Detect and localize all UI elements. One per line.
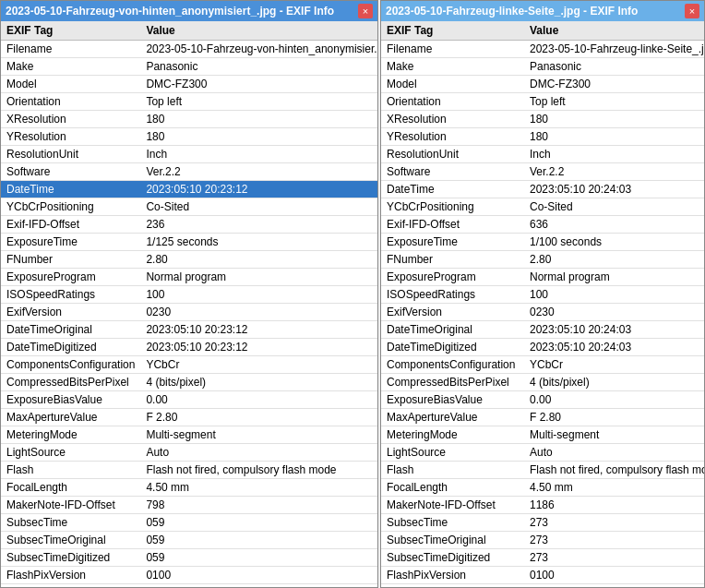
table-row[interactable]: FlashFlash not fired, compulsory flash m… xyxy=(1,462,377,479)
table-row[interactable]: ExposureProgramNormal program xyxy=(381,269,704,286)
table-row[interactable]: SubsecTime273 xyxy=(381,514,704,532)
exif-value-cell: 2.80 xyxy=(140,251,377,269)
table-row[interactable]: ComponentsConfigurationYCbCr xyxy=(381,356,704,374)
table-row[interactable]: MakerNote-IFD-Offset798 xyxy=(1,497,377,514)
table-row[interactable]: ExifVersion0230 xyxy=(1,304,377,321)
right-table-container[interactable]: EXIF Tag Value Filename2023-05-10-Fahrze… xyxy=(381,21,704,587)
table-row[interactable]: Filename2023-05-10-Fahrzeug-linke-Seite_… xyxy=(381,41,704,58)
exif-tag-cell: Model xyxy=(381,76,524,93)
exif-value-cell: 636 xyxy=(524,216,704,234)
exif-tag-cell: Filename xyxy=(1,41,140,58)
table-row[interactable]: OrientationTop left xyxy=(381,93,704,111)
table-row[interactable]: DateTimeOriginal2023:05:10 20:23:12 xyxy=(1,321,377,339)
table-row[interactable]: MakePanasonic xyxy=(1,58,377,76)
table-row[interactable]: Exif-IFD-Offset236 xyxy=(1,216,377,234)
table-row[interactable]: DateTime2023:05:10 20:24:03 xyxy=(381,181,704,198)
exif-tag-cell: YCbCrPositioning xyxy=(381,198,524,216)
exif-tag-cell: Exif-IFD-Offset xyxy=(1,216,140,234)
exif-tag-cell: ExifVersion xyxy=(1,304,140,321)
table-row[interactable]: MaxApertureValueF 2.80 xyxy=(1,409,377,426)
table-row[interactable]: SubsecTimeOriginal273 xyxy=(381,532,704,549)
exif-value-cell: 0.00 xyxy=(140,391,377,409)
table-row[interactable]: ISOSpeedRatings100 xyxy=(381,286,704,304)
left-close-button[interactable]: × xyxy=(358,4,373,18)
table-row[interactable]: XResolution180 xyxy=(1,111,377,128)
table-row[interactable]: MeteringModeMulti-segment xyxy=(381,426,704,444)
table-row[interactable]: SubsecTimeOriginal059 xyxy=(1,532,377,549)
exif-value-cell: 2023:05:10 20:23:12 xyxy=(140,339,377,356)
table-row[interactable]: MakerNote-IFD-Offset1186 xyxy=(381,497,704,514)
table-row[interactable]: SoftwareVer.2.2 xyxy=(381,163,704,181)
table-row[interactable]: ExposureTime1/100 seconds xyxy=(381,234,704,251)
table-row[interactable]: FNumber2.80 xyxy=(1,251,377,269)
table-row[interactable]: FlashPixVersion0100 xyxy=(381,567,704,584)
table-row[interactable]: ExposureBiasValue0.00 xyxy=(1,391,377,409)
table-row[interactable]: ExposureProgramNormal program xyxy=(1,269,377,286)
table-row[interactable]: ModelDMC-FZ300 xyxy=(1,76,377,93)
table-row[interactable]: FocalLength4.50 mm xyxy=(1,479,377,497)
table-row[interactable]: ISOSpeedRatings100 xyxy=(1,286,377,304)
table-row[interactable]: CompressedBitsPerPixel4 (bits/pixel) xyxy=(381,374,704,391)
right-close-button[interactable]: × xyxy=(685,4,699,18)
exif-tag-cell: ISOSpeedRatings xyxy=(381,286,524,304)
table-row[interactable]: FNumber2.80 xyxy=(381,251,704,269)
table-row[interactable]: DateTimeOriginal2023:05:10 20:24:03 xyxy=(381,321,704,339)
table-row[interactable]: YResolution180 xyxy=(381,128,704,146)
table-row[interactable]: Exif-IFD-Offset636 xyxy=(381,216,704,234)
exif-tag-cell: ColorSpace xyxy=(381,584,524,588)
exif-tag-cell: MeteringMode xyxy=(1,426,140,444)
table-row[interactable]: SubsecTimeDigitized273 xyxy=(381,549,704,567)
table-row[interactable]: ExposureTime1/125 seconds xyxy=(1,234,377,251)
exif-value-cell: sRGB xyxy=(524,584,704,588)
table-row[interactable]: ResolutionUnitInch xyxy=(381,146,704,163)
table-row[interactable]: ColorSpacesRGB xyxy=(1,584,377,588)
table-row[interactable]: Filename2023-05-10-Fahrzeug-von-hinten_a… xyxy=(1,41,377,58)
exif-value-cell: Top left xyxy=(524,93,704,111)
table-row[interactable]: XResolution180 xyxy=(381,111,704,128)
table-row[interactable]: SoftwareVer.2.2 xyxy=(1,163,377,181)
table-row[interactable]: MaxApertureValueF 2.80 xyxy=(381,409,704,426)
table-row[interactable]: DateTimeDigitized2023:05:10 20:24:03 xyxy=(381,339,704,356)
table-row[interactable]: MeteringModeMulti-segment xyxy=(1,426,377,444)
table-row[interactable]: FlashFlash not fired, compulsory flash m… xyxy=(381,462,704,479)
exif-value-cell: 4.50 mm xyxy=(524,479,704,497)
exif-tag-cell: Software xyxy=(1,163,140,181)
exif-tag-cell: ExposureBiasValue xyxy=(1,391,140,409)
right-window: 2023-05-10-Fahrzeug-linke-Seite_.jpg - E… xyxy=(380,0,705,588)
exif-value-cell: 0100 xyxy=(524,567,704,584)
table-row[interactable]: YResolution180 xyxy=(1,128,377,146)
table-row[interactable]: ModelDMC-FZ300 xyxy=(381,76,704,93)
exif-value-cell: 100 xyxy=(140,286,377,304)
exif-tag-cell: ComponentsConfiguration xyxy=(1,356,140,374)
exif-tag-cell: DateTime xyxy=(381,181,524,198)
table-row[interactable]: ColorSpacesRGB xyxy=(381,584,704,588)
exif-value-cell: Panasonic xyxy=(140,58,377,76)
table-row[interactable]: CompressedBitsPerPixel4 (bits/pixel) xyxy=(1,374,377,391)
exif-value-cell: 2023:05:10 20:23:12 xyxy=(140,181,377,198)
left-col-header-val: Value xyxy=(140,21,377,41)
table-row[interactable]: ComponentsConfigurationYCbCr xyxy=(1,356,377,374)
exif-value-cell: Flash not fired, compulsory flash mode xyxy=(524,462,704,479)
table-row[interactable]: OrientationTop left xyxy=(1,93,377,111)
table-row[interactable]: FocalLength4.50 mm xyxy=(381,479,704,497)
exif-tag-cell: ExposureBiasValue xyxy=(381,391,524,409)
table-row[interactable]: ExifVersion0230 xyxy=(381,304,704,321)
table-row[interactable]: YCbCrPositioningCo-Sited xyxy=(1,198,377,216)
exif-value-cell: DMC-FZ300 xyxy=(524,76,704,93)
table-row[interactable]: LightSourceAuto xyxy=(381,444,704,462)
left-col-header-tag: EXIF Tag xyxy=(1,21,140,41)
table-row[interactable]: SubsecTimeDigitized059 xyxy=(1,549,377,567)
table-row[interactable]: SubsecTime059 xyxy=(1,514,377,532)
table-row[interactable]: DateTime2023:05:10 20:23:12 xyxy=(1,181,377,198)
table-row[interactable]: ResolutionUnitInch xyxy=(1,146,377,163)
table-row[interactable]: DateTimeDigitized2023:05:10 20:23:12 xyxy=(1,339,377,356)
table-row[interactable]: YCbCrPositioningCo-Sited xyxy=(381,198,704,216)
table-row[interactable]: ExposureBiasValue0.00 xyxy=(381,391,704,409)
exif-value-cell: Normal program xyxy=(524,269,704,286)
exif-value-cell: 100 xyxy=(524,286,704,304)
left-table-container[interactable]: EXIF Tag Value Filename2023-05-10-Fahrze… xyxy=(1,21,377,587)
exif-tag-cell: Flash xyxy=(1,462,140,479)
table-row[interactable]: MakePanasonic xyxy=(381,58,704,76)
table-row[interactable]: LightSourceAuto xyxy=(1,444,377,462)
table-row[interactable]: FlashPixVersion0100 xyxy=(1,567,377,584)
